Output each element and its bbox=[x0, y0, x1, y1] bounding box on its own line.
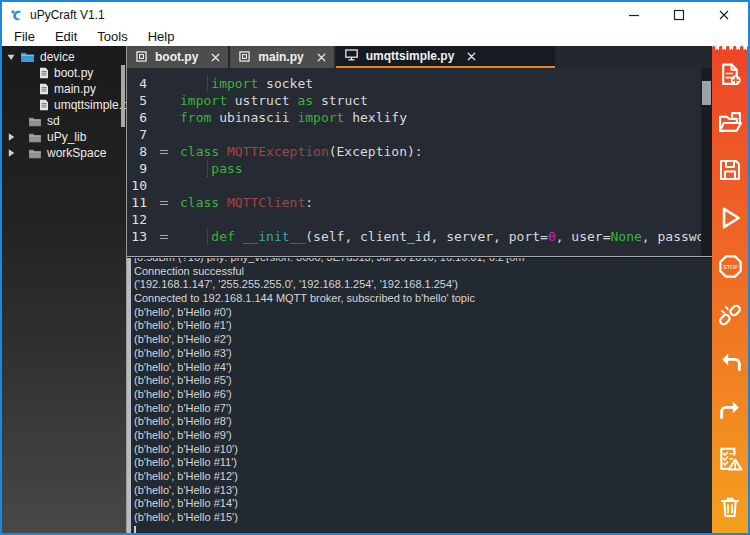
tab-label: umqttsimple.py bbox=[366, 49, 455, 63]
editor-line: 7 bbox=[127, 126, 701, 143]
right-toolbar: STOP bbox=[712, 46, 748, 533]
arrow-collapsed-icon[interactable] bbox=[6, 148, 19, 158]
code-text bbox=[180, 211, 701, 228]
tree-item-label: sd bbox=[47, 114, 60, 128]
editor-scrollbar-thumb[interactable] bbox=[702, 81, 711, 105]
code-text: pass bbox=[180, 160, 701, 177]
save-file-button[interactable] bbox=[712, 148, 748, 196]
fold-marker[interactable] bbox=[153, 143, 180, 160]
folder-icon bbox=[28, 132, 42, 143]
terminal-console[interactable]: [0.5dBm (?16) phy: phy_version: 3660, 3E… bbox=[127, 258, 712, 533]
line-number: 7 bbox=[127, 126, 153, 143]
editor-line: 9 pass bbox=[127, 160, 701, 177]
console-line: (b'hello', b'Hello #0') bbox=[134, 306, 712, 320]
console-line: (b'hello', b'Hello #4') bbox=[134, 361, 712, 375]
menu-item-tools[interactable]: Tools bbox=[87, 28, 137, 46]
fold-gutter bbox=[153, 126, 180, 143]
console-line: (b'hello', b'Hello #11') bbox=[134, 456, 712, 470]
tree-item-umqttsimple-py[interactable]: umqttsimple.py bbox=[2, 97, 126, 113]
code-token: struct bbox=[313, 93, 368, 108]
tab-label: boot.py bbox=[155, 50, 198, 64]
fold-gutter bbox=[153, 75, 180, 92]
tree-item-workspace[interactable]: workSpace bbox=[2, 145, 126, 161]
menu-item-edit[interactable]: Edit bbox=[45, 28, 87, 46]
tab-umqttsimple-py[interactable]: umqttsimple.py bbox=[336, 46, 555, 68]
console-line: (b'hello', b'Hello #14') bbox=[134, 497, 712, 511]
code-token: : bbox=[305, 195, 313, 210]
tree-item-label: uPy_lib bbox=[47, 130, 86, 144]
maximize-button[interactable] bbox=[656, 2, 701, 28]
fold-gutter bbox=[153, 109, 180, 126]
undo-icon bbox=[718, 350, 743, 379]
window-title: uPyCraft V1.1 bbox=[30, 8, 105, 22]
connect-disconnect-button[interactable] bbox=[712, 292, 748, 340]
open-file-button[interactable] bbox=[712, 100, 748, 148]
tab-close-icon[interactable] bbox=[317, 53, 326, 62]
tab-boot-py[interactable]: boot.py bbox=[127, 46, 228, 68]
code-token: class bbox=[180, 144, 219, 159]
arrow-expanded-icon[interactable] bbox=[6, 52, 19, 62]
code-token: (Exception): bbox=[329, 144, 423, 159]
menu-item-file[interactable]: File bbox=[4, 28, 45, 46]
tab-bar: boot.pymain.pyumqttsimple.py bbox=[127, 46, 712, 68]
code-token: def bbox=[211, 229, 234, 244]
tab-main-py[interactable]: main.py bbox=[230, 46, 333, 68]
console-scrollbar[interactable] bbox=[127, 258, 131, 533]
syntax-check-button[interactable] bbox=[712, 437, 748, 485]
fold-gutter bbox=[153, 211, 180, 228]
stop-button[interactable]: STOP bbox=[712, 244, 748, 292]
menu-bar: FileEditToolsHelp bbox=[2, 28, 748, 46]
code-token bbox=[235, 229, 243, 244]
code-token: None bbox=[611, 229, 642, 244]
console-line: (b'hello', b'Hello #12') bbox=[134, 470, 712, 484]
title-bar: uPyCraft V1.1 bbox=[2, 2, 748, 28]
tree-scrollbar[interactable] bbox=[121, 65, 125, 127]
tab-close-icon[interactable] bbox=[211, 53, 220, 62]
minimize-button[interactable] bbox=[611, 2, 656, 28]
app-window: uPyCraft V1.1 FileEditToolsHelp devicebo… bbox=[0, 0, 750, 535]
new-file-button[interactable] bbox=[712, 52, 748, 100]
clear-icon bbox=[718, 495, 742, 523]
window-controls bbox=[611, 2, 746, 28]
fold-marker[interactable] bbox=[153, 228, 180, 245]
editor-line: 6from ubinascii import hexlify bbox=[127, 109, 701, 126]
code-text: class MQTTClient: bbox=[180, 194, 701, 211]
code-text: import ustruct as struct bbox=[180, 92, 701, 109]
code-token: ubinascii bbox=[211, 110, 297, 125]
tab-close-icon[interactable] bbox=[467, 52, 476, 61]
clear-button[interactable] bbox=[712, 485, 748, 533]
new-file-icon bbox=[718, 62, 743, 91]
tree-item-device[interactable]: device bbox=[2, 49, 126, 65]
tree-item-boot-py[interactable]: boot.py bbox=[2, 65, 126, 81]
close-button[interactable] bbox=[701, 2, 746, 28]
line-number: 13 bbox=[127, 228, 153, 245]
undo-button[interactable] bbox=[712, 341, 748, 389]
monitor-icon bbox=[345, 47, 358, 65]
line-number: 6 bbox=[127, 109, 153, 126]
folder-open-icon bbox=[20, 51, 35, 63]
code-token: MQTTClient bbox=[227, 195, 305, 210]
arrow-collapsed-icon[interactable] bbox=[6, 132, 19, 142]
code-token: , password= bbox=[642, 229, 701, 244]
editor-scrollbar[interactable] bbox=[701, 68, 712, 256]
toolbar-zigzag-edge bbox=[712, 46, 748, 51]
code-text: from ubinascii import hexlify bbox=[180, 109, 701, 126]
editor-line: 4 import socket bbox=[127, 75, 701, 92]
code-token bbox=[219, 195, 227, 210]
download-run-button[interactable] bbox=[712, 196, 748, 244]
console-cursor bbox=[134, 526, 136, 533]
board-icon bbox=[239, 48, 250, 66]
code-token: , user= bbox=[556, 229, 611, 244]
tree-item-upy-lib[interactable]: uPy_lib bbox=[2, 129, 126, 145]
tree-item-sd[interactable]: sd bbox=[2, 113, 126, 129]
editor-line: 11class MQTTClient: bbox=[127, 194, 701, 211]
fold-marker[interactable] bbox=[153, 194, 180, 211]
code-editor[interactable]: 4 import socket5import ustruct as struct… bbox=[127, 68, 712, 256]
file-icon bbox=[39, 67, 49, 79]
code-token: (self, client_id, server, port= bbox=[305, 229, 548, 244]
code-text: import socket bbox=[180, 75, 701, 92]
board-icon bbox=[136, 48, 147, 66]
redo-button[interactable] bbox=[712, 389, 748, 437]
menu-item-help[interactable]: Help bbox=[138, 28, 185, 46]
tree-item-main-py[interactable]: main.py bbox=[2, 81, 126, 97]
